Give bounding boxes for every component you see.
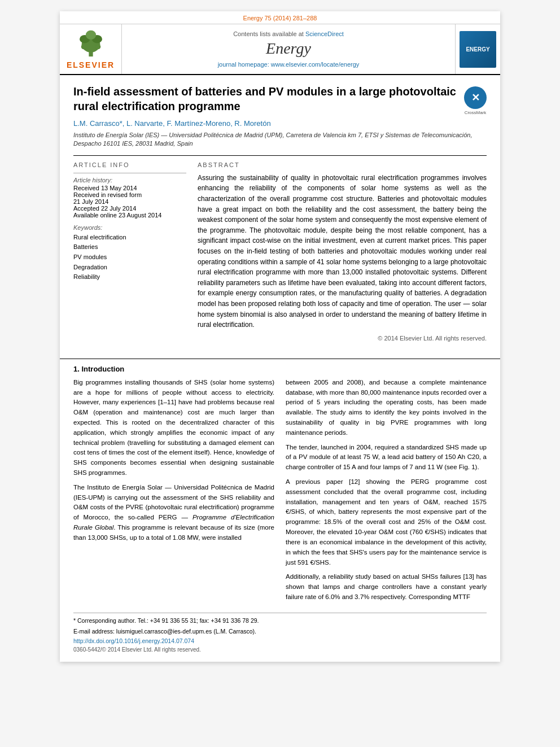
article-header-section: ✕ CrossMark In-field assessment of batte… xyxy=(60,75,500,359)
accepted-date: Accepted 22 July 2014 xyxy=(73,205,186,212)
journal-logo-right: ENERGY xyxy=(455,24,500,74)
history-label: Article history: xyxy=(73,177,186,184)
energy-logo-icon: ENERGY xyxy=(460,31,496,68)
sciencedirect-link[interactable]: ScienceDirect xyxy=(305,30,344,37)
keywords-list: Rural electrificationBatteriesPV modules… xyxy=(73,233,186,282)
article-body-section: 1. Introduction Big programmes installin… xyxy=(60,359,500,662)
abstract-text: Assuring the sustainability of quality i… xyxy=(198,173,487,330)
crossmark-icon: ✕ xyxy=(464,86,487,109)
elsevier-name: ELSEVIER xyxy=(67,60,115,69)
article-info-abstract-section: ARTICLE INFO Article history: Received 1… xyxy=(73,155,487,342)
intro-col2: between 2005 and 2008), and because a co… xyxy=(286,378,487,607)
issn-text: 0360-5442/© 2014 Elsevier Ltd. All right… xyxy=(73,646,487,653)
received-revised-label: Received in revised form xyxy=(73,191,186,198)
sciencedirect-line: Contents lists available at ScienceDirec… xyxy=(233,30,344,37)
citation-text: Energy 75 (2014) 281–288 xyxy=(243,15,317,21)
journal-info-center: Contents lists available at ScienceDirec… xyxy=(122,24,455,74)
intro-paragraph-right-2: A previous paper [12] showing the PERG p… xyxy=(286,477,487,567)
intro-paragraph-left-0: Big programmes installing thousands of S… xyxy=(73,378,274,478)
keywords-label: Keywords: xyxy=(73,224,186,231)
authors-line: L.M. Carrasco*, L. Narvarte, F. Martínez… xyxy=(73,119,487,128)
journal-title: Energy xyxy=(266,40,311,58)
article-info-column: ARTICLE INFO Article history: Received 1… xyxy=(73,161,186,342)
keyword-item: PV modules xyxy=(73,252,186,263)
article-info-block: Article history: Received 13 May 2014 Re… xyxy=(73,173,186,282)
article-title: In-field assessment of batteries and PV … xyxy=(73,84,487,113)
intro-paragraph-right-1: The tender, launched in 2004, required a… xyxy=(286,443,487,473)
journal-homepage: journal homepage: www.elsevier.com/locat… xyxy=(218,61,360,68)
journal-header: ELSEVIER Contents lists available at Sci… xyxy=(60,24,500,75)
affiliation-text: Instituto de Energía Solar (IES) — Unive… xyxy=(73,131,487,148)
article-info-label: ARTICLE INFO xyxy=(73,161,186,168)
copyright-text: © 2014 Elsevier Ltd. All rights reserved… xyxy=(198,335,487,342)
online-date: Available online 23 August 2014 xyxy=(73,212,186,219)
keyword-item: Rural electrification xyxy=(73,233,186,243)
keyword-item: Degradation xyxy=(73,263,186,273)
intro-col1: Big programmes installing thousands of S… xyxy=(73,378,274,607)
intro-paragraph-right-3: Additionally, a reliability study based … xyxy=(286,572,487,602)
footnotes-section: * Corresponding author. Tel.: +34 91 336… xyxy=(73,613,487,653)
abstract-column: ABSTRACT Assuring the sustainability of … xyxy=(198,161,487,342)
contents-text: Contents lists available at xyxy=(233,30,304,37)
svg-point-4 xyxy=(85,30,95,40)
keyword-item: Reliability xyxy=(73,272,186,282)
doi-link: http://dx.doi.org/10.1016/j.energy.2014.… xyxy=(73,637,487,644)
elsevier-tree-icon xyxy=(74,29,108,57)
crossmark-badge: ✕ CrossMark xyxy=(464,86,487,115)
keywords-section: Keywords: Rural electrificationBatteries… xyxy=(73,224,186,282)
journal-citation: Energy 75 (2014) 281–288 xyxy=(60,11,500,24)
history-section: Article history: Received 13 May 2014 Re… xyxy=(73,177,186,219)
energy-logo-text: ENERGY xyxy=(466,46,489,53)
intro-paragraph-left-1: The Instituto de Energía Solar — Univers… xyxy=(73,483,274,543)
abstract-label: ABSTRACT xyxy=(198,161,487,168)
svg-point-5 xyxy=(81,44,86,49)
elsevier-logo: ELSEVIER xyxy=(67,29,115,69)
keyword-item: Batteries xyxy=(73,242,186,252)
intro-paragraph-right-0: between 2005 and 2008), and because a co… xyxy=(286,378,487,438)
introduction-two-col: Big programmes installing thousands of S… xyxy=(73,378,487,607)
received-date: Received 13 May 2014 xyxy=(73,185,186,191)
revised-date: 21 July 2014 xyxy=(73,198,186,205)
svg-point-6 xyxy=(95,44,100,49)
article-title-area: ✕ CrossMark In-field assessment of batte… xyxy=(73,84,487,113)
footnote-0: * Corresponding author. Tel.: +34 91 336… xyxy=(73,617,487,626)
authors-text: L.M. Carrasco*, L. Narvarte, F. Martínez… xyxy=(73,119,271,128)
introduction-heading: 1. Introduction xyxy=(73,365,487,373)
elsevier-branding: ELSEVIER xyxy=(60,24,122,74)
footnote-1: E-mail address: luismiguel.carrasco@ies-… xyxy=(73,627,487,636)
